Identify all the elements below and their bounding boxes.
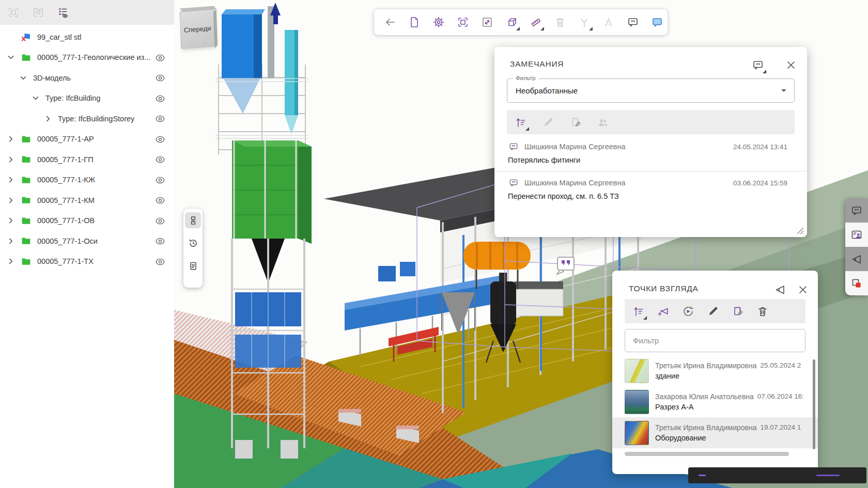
tree-item-label: 00005_777-1-КЖ	[37, 176, 95, 184]
folder-icon	[21, 195, 32, 206]
chevron-right-icon[interactable]	[6, 216, 16, 225]
collaboration-tab[interactable]	[845, 223, 868, 247]
visibility-eye-icon[interactable]	[155, 216, 165, 226]
tree-item[interactable]: Type: IfcBuilding	[0, 88, 174, 109]
tree-item[interactable]: 3D-модель	[0, 68, 174, 88]
viewpoint-cone-button[interactable]	[773, 283, 787, 296]
tree-item[interactable]: 00005_777-1-ОВ	[0, 211, 174, 231]
tree-item[interactable]: 99_car_stl stl	[0, 27, 174, 48]
visibility-eye-icon[interactable]	[155, 175, 165, 185]
delete-button[interactable]	[553, 15, 567, 29]
visibility-eye-icon[interactable]	[155, 236, 165, 246]
tree-item[interactable]: 00005_777-1-КЖ	[0, 170, 174, 191]
viewpoint-item[interactable]: Захарова Юлия Анатольевна 07.06.2024 16:…	[612, 386, 818, 417]
viewpoints-filter-input[interactable]	[625, 329, 805, 352]
close-viewpoints-button[interactable]	[796, 283, 810, 296]
properties-button[interactable]	[185, 258, 201, 274]
nav-cube-front-face[interactable]: Спереди	[180, 9, 215, 49]
comments-button[interactable]	[650, 15, 664, 29]
visibility-eye-icon[interactable]	[155, 154, 165, 165]
viewpoint-thumbnail[interactable]	[625, 390, 649, 414]
tree-item[interactable]: 00005_777-1-КМ	[0, 190, 174, 211]
stl-file-icon	[21, 32, 32, 42]
remarks-tab[interactable]	[845, 198, 868, 223]
tree-item-label: Type: IfcBuildingStorey	[58, 115, 134, 123]
chevron-right-icon[interactable]	[6, 155, 16, 164]
folder-icon	[21, 134, 32, 145]
chevron-down-icon[interactable]	[31, 93, 40, 103]
visibility-eye-icon[interactable]	[155, 73, 165, 83]
tree-item[interactable]: 00005_777-1-Геологические из...	[0, 48, 174, 68]
viewpoint-title: Разрез А-А	[655, 403, 813, 411]
visibility-eye-icon[interactable]	[155, 195, 165, 206]
tree-item[interactable]: 00005_777-1-ГП	[0, 149, 174, 170]
sort-viewpoints-button[interactable]	[632, 305, 645, 318]
viewpoints-tab[interactable]	[845, 247, 868, 271]
edit-remark-button[interactable]	[541, 116, 555, 129]
horizontal-scrollbar[interactable]	[625, 452, 789, 456]
assignees-button[interactable]	[596, 116, 610, 129]
sort-remarks-button[interactable]	[514, 116, 528, 129]
point-cloud-button[interactable]	[602, 15, 615, 29]
select-tool-button[interactable]	[456, 15, 470, 29]
section-box-button[interactable]	[505, 15, 518, 29]
tree-item[interactable]: 00005_777-1-АР	[0, 129, 174, 150]
compare-tab[interactable]	[845, 271, 868, 295]
orbit-viewpoint-button[interactable]	[681, 305, 695, 318]
tree-item[interactable]: 00005_777-1-Оси	[0, 231, 174, 251]
visibility-eye-icon[interactable]	[155, 114, 165, 124]
nav-cube[interactable]: Спереди	[180, 10, 214, 48]
nav-cube-label: Спереди	[183, 24, 211, 34]
chevron-right-icon[interactable]	[6, 196, 16, 205]
remark-item[interactable]: Шишкина Марина Сергеевна 24.05.2024 13:4…	[494, 135, 807, 171]
settings-button[interactable]	[432, 15, 445, 29]
fit-view-button[interactable]	[481, 15, 494, 29]
tree-visibility-icon[interactable]	[56, 6, 70, 19]
vertical-scrollbar[interactable]	[813, 359, 815, 449]
measure-button[interactable]	[529, 15, 542, 29]
visibility-eye-icon[interactable]	[155, 257, 165, 267]
add-remark-button[interactable]	[751, 58, 765, 72]
history-button[interactable]	[185, 235, 201, 251]
chevron-right-icon[interactable]	[6, 237, 16, 246]
remarks-filter-select[interactable]: Фильтр Необработанные	[507, 78, 795, 103]
viewpoint-item[interactable]: Третьяк Ирина Владимировна 19.07.2024 1 …	[612, 417, 818, 448]
tree-item-label: 00005_777-1-Геологические из...	[37, 53, 150, 61]
tree-item[interactable]: Type: IfcBuildingStorey	[0, 108, 174, 129]
chevron-right-icon[interactable]	[6, 257, 16, 266]
delete-viewpoint-button[interactable]	[756, 305, 769, 318]
viewpoints-list: Третьяк Ирина Владимировна 25.05.2024 2 …	[612, 355, 818, 448]
viewpoint-thumbnail[interactable]	[625, 421, 649, 445]
edit-viewpoint-button[interactable]	[706, 305, 720, 318]
visibility-eye-icon[interactable]	[155, 134, 165, 145]
back-button[interactable]	[383, 15, 397, 29]
resize-grip-icon[interactable]	[796, 226, 804, 234]
visibility-eye-icon[interactable]	[155, 53, 165, 63]
remarks-button[interactable]	[626, 15, 640, 29]
chevron-down-icon[interactable]	[6, 53, 16, 62]
remark-date: 03.06.2024 15:59	[733, 179, 787, 187]
open-model-button[interactable]	[408, 15, 421, 29]
viewpoint-thumbnail[interactable]	[625, 359, 649, 383]
copy-remark-button[interactable]	[569, 116, 582, 129]
viewpoint-author: Третьяк Ирина Владимировна	[655, 361, 757, 370]
close-remarks-button[interactable]	[784, 58, 798, 72]
copy-viewpoint-button[interactable]	[731, 305, 745, 318]
collaboration-tab-icon	[850, 228, 863, 242]
remark-bubble-icon	[508, 141, 519, 152]
isolate-selection-icon[interactable]	[32, 6, 45, 19]
chevron-right-icon[interactable]	[6, 134, 16, 144]
model-structure-button[interactable]	[185, 212, 201, 228]
remark-item[interactable]: Шишкина Марина Сергеевна 03.06.2024 15:5…	[494, 171, 807, 207]
remark-text: Потерялись фитинги	[508, 156, 787, 164]
pivot-button[interactable]	[578, 15, 591, 29]
select-frame-icon[interactable]	[7, 6, 20, 19]
visibility-eye-icon[interactable]	[155, 93, 165, 104]
bottom-scrub-bar[interactable]	[688, 467, 866, 483]
chevron-right-icon[interactable]	[43, 114, 53, 123]
add-viewpoint-button[interactable]	[657, 305, 670, 318]
tree-item[interactable]: 00005_777-1-ТХ	[0, 251, 174, 272]
chevron-right-icon[interactable]	[6, 175, 16, 184]
chevron-down-icon[interactable]	[19, 73, 28, 83]
viewpoint-item[interactable]: Третьяк Ирина Владимировна 25.05.2024 2 …	[612, 355, 818, 386]
